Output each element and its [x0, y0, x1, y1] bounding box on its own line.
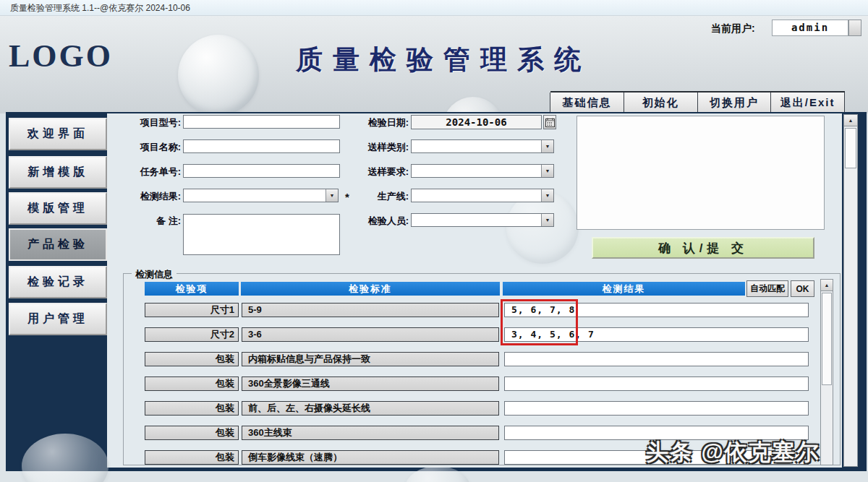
menu-button-initialize[interactable]: 初始化 [624, 92, 698, 113]
sidebar-item-product-inspection[interactable]: 产品检验 [9, 228, 107, 261]
arrow-up-icon: ▲ [825, 283, 830, 288]
inspection-item-cell: 尺寸2 [145, 327, 239, 342]
inspection-item-cell: 包装 [145, 450, 239, 465]
table-row: 包装 前、后、左、右摄像头延长线 [0, 401, 868, 416]
sample-type-select[interactable]: ▼ [411, 139, 554, 153]
sidebar-item-new-template[interactable]: 新增模版 [9, 156, 107, 189]
table-row: 尺寸2 3-6 3, 4, 5, 6, 7 [0, 327, 868, 342]
page-title: 质量检验管理系统 [273, 42, 613, 78]
inspection-item-cell: 包装 [145, 352, 239, 366]
window-title: 质量检验管理系统 1.1--@依克赛尔 2024-10-06 [10, 3, 190, 13]
current-user-value: admin [791, 22, 829, 33]
chevron-down-icon[interactable]: ▼ [541, 189, 553, 202]
highlight-annotation-box [501, 299, 578, 345]
column-header-standard: 检验标准 [241, 282, 500, 296]
task-label: 任务单号: [116, 165, 181, 178]
scrollbar-thumb[interactable] [845, 128, 856, 168]
inspection-standard-cell: 3-6 [242, 327, 499, 342]
logo: LOGO [9, 38, 113, 74]
sample-req-label: 送样要求: [347, 165, 409, 178]
inspection-standard-cell: 前、后、左、右摄像头延长线 [242, 401, 499, 416]
scrollbar-thumb[interactable] [822, 293, 832, 385]
chevron-down-icon[interactable]: ▼ [541, 140, 553, 152]
model-input[interactable] [183, 115, 340, 129]
inspection-item-cell: 包装 [145, 426, 239, 440]
table-scrollbar[interactable]: ▲ [820, 279, 833, 465]
result-list-panel [576, 116, 825, 230]
chevron-down-icon[interactable]: ▼ [541, 165, 553, 177]
top-menu: 基础信息 初始化 切换用户 退出/Exit [550, 91, 845, 113]
production-line-select[interactable]: ▼ [411, 189, 554, 202]
inspection-group-title: 检测信息 [132, 268, 176, 281]
column-header-result: 检测结果 [503, 282, 745, 296]
inspection-standard-cell: 360全景影像三通线 [242, 376, 499, 391]
inspection-standard-cell: 360主线束 [242, 426, 499, 440]
auto-match-button[interactable]: 自动匹配 [746, 280, 788, 297]
ok-button[interactable]: OK [791, 280, 814, 297]
window-titlebar: 质量检验管理系统 1.1--@依克赛尔 2024-10-06 [0, 0, 868, 16]
inspection-item-cell: 包装 [145, 401, 239, 416]
sidebar-item-inspection-records[interactable]: 检验记录 [9, 266, 107, 298]
sidebar-item-template-manage[interactable]: 模版管理 [9, 192, 107, 225]
menu-button-switch-user[interactable]: 切换用户 [697, 92, 772, 113]
sample-type-label: 送样类别: [347, 140, 409, 154]
sidebar-item-welcome[interactable]: 欢迎界面 [9, 118, 107, 150]
arrow-up-icon: ▲ [848, 118, 854, 123]
inspection-standard-cell: 内箱标贴信息与产品保持一致 [242, 352, 499, 366]
calendar-button[interactable] [543, 115, 556, 129]
memo-label: 备 注: [116, 214, 181, 228]
result-label: 检测结果: [116, 189, 181, 203]
inspector-select[interactable]: ▼ [411, 213, 554, 227]
watermark: 头条 @依克塞尔 [646, 437, 820, 468]
model-label: 项目型号: [116, 116, 181, 129]
name-input[interactable] [183, 139, 340, 153]
name-label: 项目名称: [116, 140, 181, 154]
memo-textarea[interactable] [183, 214, 340, 255]
current-user-label: 当前用户: [711, 22, 755, 35]
current-user-field[interactable]: admin [772, 20, 848, 36]
inspector-label: 检验人员: [347, 214, 409, 228]
date-input[interactable]: 2024-10-06 [411, 115, 542, 129]
scroll-up-button[interactable]: ▲ [844, 115, 857, 126]
result-input[interactable] [504, 376, 809, 391]
line-label: 生产线: [347, 189, 409, 203]
table-row: 包装 360全景影像三通线 [0, 376, 868, 391]
decorative-sphere [178, 35, 259, 116]
inspection-standard-cell: 5-9 [242, 303, 499, 317]
result-input[interactable] [504, 401, 809, 416]
result-select[interactable]: ▼ [183, 189, 339, 202]
inspection-standard-cell: 倒车影像线束（速腾） [242, 450, 499, 465]
confirm-submit-button[interactable]: 确 认/提 交 [592, 237, 814, 259]
task-input[interactable] [183, 164, 340, 178]
date-label: 检验日期: [347, 116, 409, 129]
inspection-item-cell: 尺寸1 [145, 303, 239, 317]
chevron-down-icon[interactable]: ▼ [541, 214, 553, 226]
chevron-down-icon[interactable]: ▼ [326, 189, 338, 202]
user-browse-button[interactable] [848, 20, 861, 36]
column-header-item: 检验项 [145, 282, 239, 296]
inspection-item-cell: 包装 [145, 376, 239, 391]
scroll-up-button[interactable]: ▲ [821, 280, 833, 291]
app-window: 质量检验管理系统 1.1--@依克赛尔 2024-10-06 LOGO 质量检验… [0, 0, 868, 482]
menu-button-exit[interactable]: 退出/Exit [770, 92, 845, 113]
result-input[interactable] [504, 352, 809, 366]
calendar-icon [545, 118, 555, 127]
table-row: 包装 内箱标贴信息与产品保持一致 [0, 352, 868, 366]
sample-req-select[interactable]: ▼ [411, 164, 554, 178]
menu-button-basic-info[interactable]: 基础信息 [550, 92, 624, 113]
table-row: 尺寸1 5-9 5, 6, 7, 8 [0, 303, 868, 317]
vertical-scrollbar[interactable]: ▲ [843, 114, 858, 467]
